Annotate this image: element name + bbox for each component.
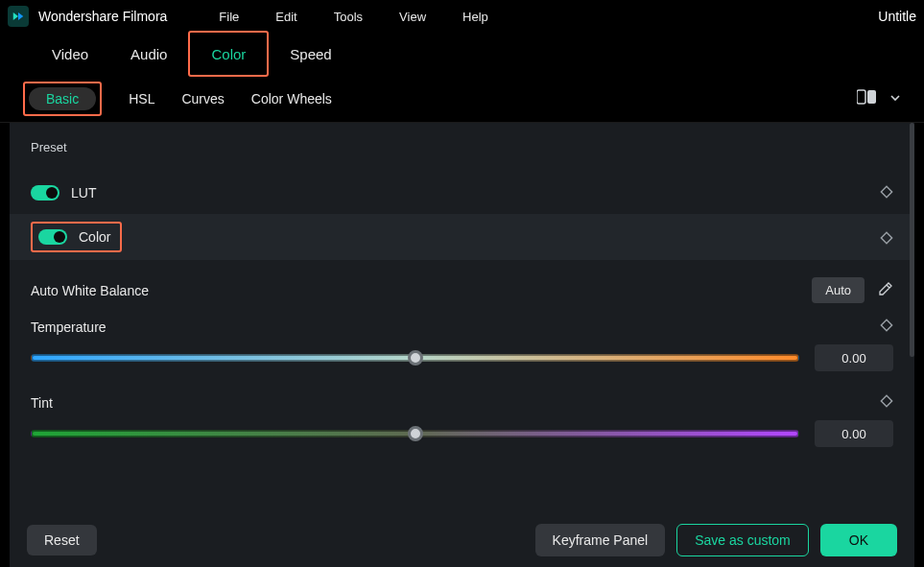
- temperature-label: Temperature: [31, 319, 107, 335]
- temperature-thumb[interactable]: [408, 350, 423, 366]
- scrollbar[interactable]: [910, 123, 914, 357]
- svg-rect-5: [881, 395, 891, 406]
- save-as-custom-button[interactable]: Save as custom: [676, 524, 809, 556]
- auto-button[interactable]: Auto: [812, 277, 865, 303]
- tint-value[interactable]: 0.00: [815, 420, 893, 447]
- color-label: Color: [79, 229, 110, 245]
- titlebar: Wondershare Filmora File Edit Tools View…: [0, 0, 924, 33]
- lut-label: LUT: [71, 185, 96, 201]
- temperature-slider-row: 0.00: [31, 344, 893, 371]
- menu-help[interactable]: Help: [462, 10, 488, 24]
- sub-tabs: Basic HSL Curves Color Wheels: [0, 75, 924, 123]
- svg-rect-3: [881, 232, 891, 243]
- color-keyframe-icon[interactable]: [880, 231, 893, 248]
- tint-thumb[interactable]: [408, 426, 423, 441]
- reset-button[interactable]: Reset: [27, 525, 97, 555]
- main-tabs: Video Audio Color Speed: [0, 33, 924, 75]
- lut-toggle[interactable]: [31, 185, 59, 201]
- tab-video[interactable]: Video: [31, 33, 109, 75]
- footer: Reset Keyframe Panel Save as custom OK: [10, 513, 914, 567]
- tint-title-row: Tint: [31, 394, 893, 411]
- compare-icon[interactable]: [857, 89, 878, 107]
- app-name: Wondershare Filmora: [38, 9, 167, 24]
- color-section: Color: [10, 214, 914, 260]
- awb-label: Auto White Balance: [31, 283, 149, 298]
- highlight-basic-tab: Basic: [23, 82, 102, 116]
- tab-audio[interactable]: Audio: [109, 33, 188, 75]
- color-toggle[interactable]: [38, 229, 67, 245]
- svg-rect-1: [867, 90, 876, 104]
- tint-slider[interactable]: [31, 430, 799, 437]
- menu-tools[interactable]: Tools: [334, 10, 363, 24]
- temperature-slider[interactable]: [31, 354, 799, 362]
- tab-speed[interactable]: Speed: [269, 33, 352, 75]
- lut-keyframe-icon[interactable]: [880, 185, 893, 201]
- lut-row: LUT: [31, 172, 893, 214]
- svg-rect-2: [881, 186, 891, 197]
- temperature-keyframe-icon[interactable]: [880, 319, 893, 335]
- temperature-title-row: Temperature: [31, 319, 893, 335]
- color-panel: Preset LUT Color Auto White Bala: [10, 123, 914, 513]
- app-logo: [8, 6, 29, 27]
- tab-color[interactable]: Color: [190, 33, 267, 75]
- svg-rect-4: [881, 319, 891, 330]
- ok-button[interactable]: OK: [820, 524, 897, 556]
- tint-label: Tint: [31, 395, 53, 411]
- temperature-value[interactable]: 0.00: [815, 344, 893, 371]
- keyframe-panel-button[interactable]: Keyframe Panel: [535, 524, 666, 556]
- svg-rect-0: [857, 90, 865, 104]
- highlight-color-tab: Color: [188, 31, 269, 77]
- highlight-color-toggle: Color: [31, 222, 122, 252]
- auto-white-balance-row: Auto White Balance Auto: [31, 277, 893, 303]
- tint-slider-row: 0.00: [31, 420, 893, 447]
- subtab-hsl[interactable]: HSL: [129, 91, 154, 106]
- document-name: Untitle: [878, 9, 916, 24]
- eyedropper-icon[interactable]: [878, 281, 893, 299]
- tint-keyframe-icon[interactable]: [880, 394, 893, 411]
- preset-label: Preset: [31, 140, 893, 154]
- subtab-basic[interactable]: Basic: [29, 87, 96, 110]
- menu-view[interactable]: View: [399, 10, 426, 24]
- chevron-down-icon[interactable]: [889, 91, 901, 106]
- subtab-colorwheels[interactable]: Color Wheels: [251, 91, 332, 106]
- menu-edit[interactable]: Edit: [275, 10, 296, 24]
- menu-file[interactable]: File: [219, 10, 239, 24]
- subtab-curves[interactable]: Curves: [181, 91, 224, 106]
